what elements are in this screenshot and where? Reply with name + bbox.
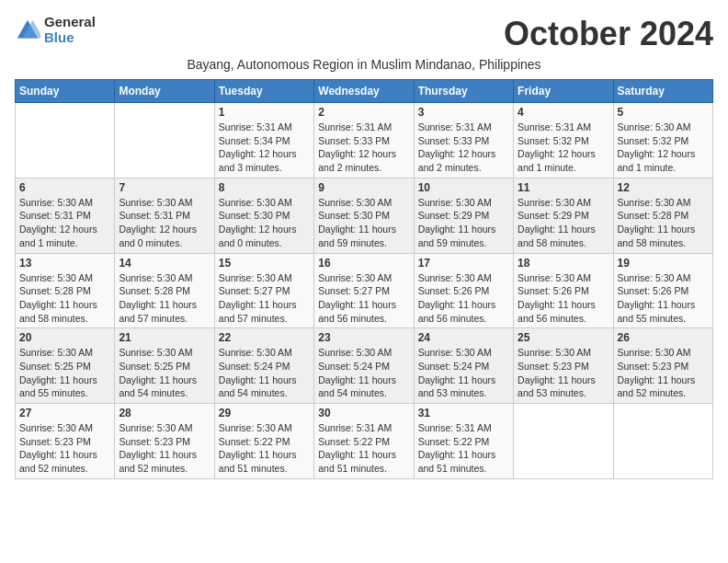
day-number: 9 — [318, 181, 409, 194]
calendar-week-row: 6Sunrise: 5:30 AM Sunset: 5:31 PM Daylig… — [16, 178, 713, 253]
calendar-day-cell: 2Sunrise: 5:31 AM Sunset: 5:33 PM Daylig… — [314, 103, 414, 178]
day-info: Sunrise: 5:30 AM Sunset: 5:32 PM Dayligh… — [618, 121, 709, 175]
calendar-week-row: 13Sunrise: 5:30 AM Sunset: 5:28 PM Dayli… — [16, 253, 713, 328]
day-number: 22 — [219, 331, 310, 344]
day-number: 10 — [418, 181, 509, 194]
calendar-day-cell: 8Sunrise: 5:30 AM Sunset: 5:30 PM Daylig… — [214, 178, 313, 253]
calendar-day-cell: 30Sunrise: 5:31 AM Sunset: 5:22 PM Dayli… — [314, 404, 414, 479]
day-number: 13 — [19, 257, 110, 270]
weekday-header: Saturday — [613, 80, 712, 103]
day-info: Sunrise: 5:30 AM Sunset: 5:30 PM Dayligh… — [318, 196, 409, 250]
calendar-day-cell: 19Sunrise: 5:30 AM Sunset: 5:26 PM Dayli… — [613, 253, 712, 328]
weekday-header: Sunday — [16, 80, 115, 103]
calendar-day-cell: 23Sunrise: 5:30 AM Sunset: 5:24 PM Dayli… — [314, 328, 414, 404]
day-info: Sunrise: 5:30 AM Sunset: 5:25 PM Dayligh… — [19, 346, 110, 400]
calendar-day-cell — [115, 103, 214, 178]
day-info: Sunrise: 5:30 AM Sunset: 5:23 PM Dayligh… — [119, 421, 210, 476]
day-info: Sunrise: 5:30 AM Sunset: 5:27 PM Dayligh… — [219, 271, 310, 326]
day-info: Sunrise: 5:30 AM Sunset: 5:26 PM Dayligh… — [418, 271, 509, 326]
calendar-day-cell: 9Sunrise: 5:30 AM Sunset: 5:30 PM Daylig… — [314, 178, 414, 253]
calendar-day-cell: 16Sunrise: 5:30 AM Sunset: 5:27 PM Dayli… — [314, 253, 414, 328]
calendar-day-cell — [514, 404, 613, 479]
day-number: 3 — [418, 106, 509, 119]
day-info: Sunrise: 5:30 AM Sunset: 5:22 PM Dayligh… — [219, 421, 310, 476]
logo-icon — [15, 17, 40, 43]
calendar-week-row: 20Sunrise: 5:30 AM Sunset: 5:25 PM Dayli… — [16, 328, 713, 404]
calendar-day-cell: 18Sunrise: 5:30 AM Sunset: 5:26 PM Dayli… — [514, 253, 613, 328]
calendar-day-cell: 21Sunrise: 5:30 AM Sunset: 5:25 PM Dayli… — [115, 328, 214, 404]
day-info: Sunrise: 5:30 AM Sunset: 5:28 PM Dayligh… — [19, 271, 110, 326]
weekday-header: Monday — [115, 80, 214, 103]
calendar-day-cell: 25Sunrise: 5:30 AM Sunset: 5:23 PM Dayli… — [514, 328, 613, 404]
weekday-header: Thursday — [414, 80, 513, 103]
day-number: 26 — [618, 331, 709, 344]
day-number: 24 — [418, 331, 509, 344]
calendar-day-cell: 20Sunrise: 5:30 AM Sunset: 5:25 PM Dayli… — [16, 328, 115, 404]
day-info: Sunrise: 5:31 AM Sunset: 5:34 PM Dayligh… — [219, 121, 310, 175]
calendar-day-cell: 4Sunrise: 5:31 AM Sunset: 5:32 PM Daylig… — [514, 103, 613, 178]
day-info: Sunrise: 5:30 AM Sunset: 5:26 PM Dayligh… — [618, 271, 709, 326]
calendar-week-row: 1Sunrise: 5:31 AM Sunset: 5:34 PM Daylig… — [16, 103, 713, 178]
calendar-day-cell: 22Sunrise: 5:30 AM Sunset: 5:24 PM Dayli… — [214, 328, 313, 404]
calendar-day-cell: 17Sunrise: 5:30 AM Sunset: 5:26 PM Dayli… — [414, 253, 513, 328]
day-info: Sunrise: 5:30 AM Sunset: 5:31 PM Dayligh… — [19, 196, 110, 250]
day-info: Sunrise: 5:31 AM Sunset: 5:22 PM Dayligh… — [418, 421, 509, 476]
day-info: Sunrise: 5:30 AM Sunset: 5:24 PM Dayligh… — [318, 346, 409, 400]
calendar-day-cell: 28Sunrise: 5:30 AM Sunset: 5:23 PM Dayli… — [115, 404, 214, 479]
logo-text: General Blue — [44, 15, 96, 45]
day-info: Sunrise: 5:30 AM Sunset: 5:27 PM Dayligh… — [318, 271, 409, 326]
day-number: 16 — [318, 257, 409, 270]
logo: General Blue — [15, 15, 96, 45]
day-number: 5 — [618, 106, 709, 119]
calendar-day-cell: 13Sunrise: 5:30 AM Sunset: 5:28 PM Dayli… — [16, 253, 115, 328]
day-number: 31 — [418, 407, 509, 419]
weekday-header: Tuesday — [214, 80, 313, 103]
day-info: Sunrise: 5:31 AM Sunset: 5:33 PM Dayligh… — [318, 121, 409, 175]
calendar-day-cell: 1Sunrise: 5:31 AM Sunset: 5:34 PM Daylig… — [214, 103, 313, 178]
weekday-header: Friday — [514, 80, 613, 103]
day-number: 1 — [219, 106, 310, 119]
day-info: Sunrise: 5:30 AM Sunset: 5:31 PM Dayligh… — [119, 196, 210, 250]
day-number: 23 — [318, 331, 409, 344]
calendar-day-cell: 3Sunrise: 5:31 AM Sunset: 5:33 PM Daylig… — [414, 103, 513, 178]
day-info: Sunrise: 5:30 AM Sunset: 5:28 PM Dayligh… — [119, 271, 210, 326]
day-number: 18 — [518, 257, 609, 270]
day-info: Sunrise: 5:30 AM Sunset: 5:30 PM Dayligh… — [219, 196, 310, 250]
day-info: Sunrise: 5:30 AM Sunset: 5:25 PM Dayligh… — [119, 346, 210, 400]
day-info: Sunrise: 5:30 AM Sunset: 5:28 PM Dayligh… — [618, 196, 709, 250]
day-number: 2 — [318, 106, 409, 119]
day-number: 28 — [119, 407, 210, 419]
day-info: Sunrise: 5:30 AM Sunset: 5:29 PM Dayligh… — [518, 196, 609, 250]
day-info: Sunrise: 5:30 AM Sunset: 5:23 PM Dayligh… — [19, 421, 110, 476]
calendar-day-cell: 7Sunrise: 5:30 AM Sunset: 5:31 PM Daylig… — [115, 178, 214, 253]
day-number: 29 — [219, 407, 310, 419]
month-title: October 2024 — [504, 15, 713, 53]
day-number: 21 — [119, 331, 210, 344]
calendar-day-cell — [613, 404, 712, 479]
calendar-day-cell: 11Sunrise: 5:30 AM Sunset: 5:29 PM Dayli… — [514, 178, 613, 253]
day-number: 14 — [119, 257, 210, 270]
page-header: General Blue October 2024 — [15, 15, 713, 53]
calendar-day-cell: 31Sunrise: 5:31 AM Sunset: 5:22 PM Dayli… — [414, 404, 513, 479]
day-info: Sunrise: 5:31 AM Sunset: 5:22 PM Dayligh… — [318, 421, 409, 476]
calendar-day-cell: 27Sunrise: 5:30 AM Sunset: 5:23 PM Dayli… — [16, 404, 115, 479]
day-number: 30 — [318, 407, 409, 419]
day-number: 19 — [618, 257, 709, 270]
calendar-day-cell: 6Sunrise: 5:30 AM Sunset: 5:31 PM Daylig… — [16, 178, 115, 253]
day-number: 27 — [19, 407, 110, 419]
day-number: 12 — [618, 181, 709, 194]
day-number: 11 — [518, 181, 609, 194]
calendar-day-cell: 29Sunrise: 5:30 AM Sunset: 5:22 PM Dayli… — [214, 404, 313, 479]
day-number: 15 — [219, 257, 310, 270]
weekday-header: Wednesday — [314, 80, 414, 103]
logo-blue-text: Blue — [44, 30, 96, 46]
calendar-day-cell: 14Sunrise: 5:30 AM Sunset: 5:28 PM Dayli… — [115, 253, 214, 328]
day-info: Sunrise: 5:30 AM Sunset: 5:24 PM Dayligh… — [418, 346, 509, 400]
day-info: Sunrise: 5:30 AM Sunset: 5:24 PM Dayligh… — [219, 346, 310, 400]
calendar-day-cell — [16, 103, 115, 178]
day-number: 6 — [19, 181, 110, 194]
calendar-subtitle: Bayang, Autonomous Region in Muslim Mind… — [15, 57, 713, 72]
calendar-week-row: 27Sunrise: 5:30 AM Sunset: 5:23 PM Dayli… — [16, 404, 713, 479]
day-number: 7 — [119, 181, 210, 194]
calendar-day-cell: 5Sunrise: 5:30 AM Sunset: 5:32 PM Daylig… — [613, 103, 712, 178]
